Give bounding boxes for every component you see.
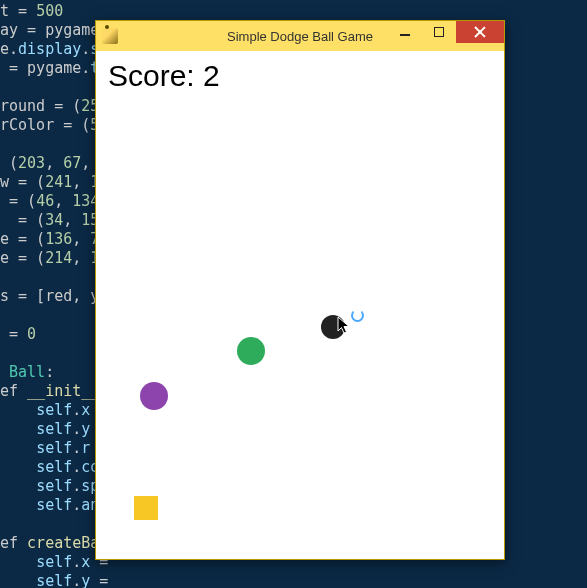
minimize-button[interactable] bbox=[388, 21, 422, 43]
maximize-button[interactable] bbox=[422, 21, 456, 43]
ball-0 bbox=[237, 337, 265, 365]
titlebar[interactable]: Simple Dodge Ball Game bbox=[96, 21, 504, 51]
ball-2 bbox=[321, 315, 345, 339]
player bbox=[134, 496, 158, 520]
ball-1 bbox=[140, 382, 168, 410]
game-window: Simple Dodge Ball Game Score: 2 bbox=[95, 20, 505, 560]
game-canvas[interactable]: Score: 2 bbox=[96, 51, 504, 559]
window-controls bbox=[388, 21, 504, 43]
pygame-icon bbox=[102, 28, 118, 44]
score-label: Score: 2 bbox=[108, 59, 220, 93]
close-button[interactable] bbox=[456, 21, 504, 43]
